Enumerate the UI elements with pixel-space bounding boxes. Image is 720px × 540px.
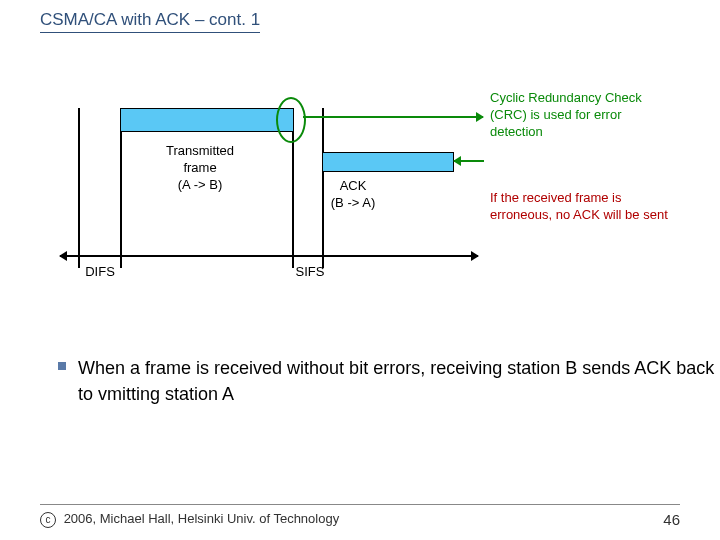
ack-label: ACK (B -> A) xyxy=(308,178,398,212)
slide-title: CSMA/CA with ACK – cont. 1 xyxy=(40,10,260,33)
transmitted-frame-bar xyxy=(120,108,294,132)
ack-line1: ACK xyxy=(340,178,367,193)
crc-label: Cyclic Redundancy Check (CRC) is used fo… xyxy=(490,90,660,141)
bullet-text: When a frame is received without bit err… xyxy=(78,355,720,407)
bullet-square-icon xyxy=(58,362,66,370)
no-ack-label: If the received frame is erroneous, no A… xyxy=(490,190,670,224)
crc-highlight-circle xyxy=(276,97,306,143)
timeline-axis xyxy=(60,255,478,257)
tx-line2: frame xyxy=(183,160,216,175)
timing-diagram: Transmitted frame (A -> B) ACK (B -> A) … xyxy=(60,70,660,310)
copyright-icon: c xyxy=(40,512,56,528)
tx-line3: (A -> B) xyxy=(178,177,222,192)
transmitted-frame-label: Transmitted frame (A -> B) xyxy=(140,143,260,194)
no-ack-arrow xyxy=(454,160,484,162)
sifs-label: SIFS xyxy=(280,264,340,281)
copyright-text: 2006, Michael Hall, Helsinki Univ. of Te… xyxy=(64,511,340,526)
slide: CSMA/CA with ACK – cont. 1 Transmitted f… xyxy=(0,0,720,540)
copyright: c 2006, Michael Hall, Helsinki Univ. of … xyxy=(40,511,339,528)
difs-label: DIFS xyxy=(70,264,130,281)
slide-footer: c 2006, Michael Hall, Helsinki Univ. of … xyxy=(40,504,680,528)
tx-line1: Transmitted xyxy=(166,143,234,158)
crc-arrow xyxy=(303,116,483,118)
ack-line2: (B -> A) xyxy=(331,195,375,210)
vbar-difs-end xyxy=(120,108,122,268)
bullet-content: When a frame is received without bit err… xyxy=(78,358,714,404)
page-number: 46 xyxy=(663,511,680,528)
ack-frame-bar xyxy=(322,152,454,172)
vbar-difs-start xyxy=(78,108,80,268)
